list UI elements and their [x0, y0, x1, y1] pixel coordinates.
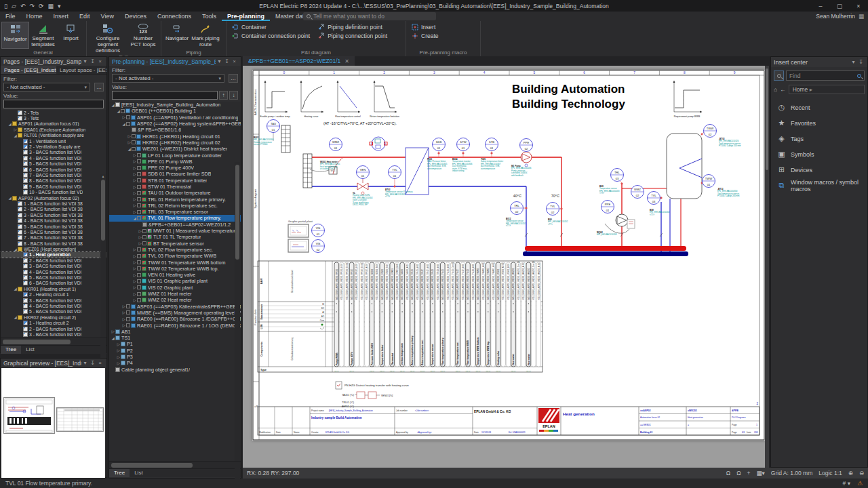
expander-icon[interactable]: ▷	[132, 153, 137, 157]
tree-item[interactable]: 7 - BACS function list VDI 38	[1, 235, 106, 241]
zoom-in-icon[interactable]: ⊕	[848, 470, 853, 476]
tree-item[interactable]: ▷TVL 02 Flow temperature sec.	[109, 247, 241, 253]
tree-item[interactable]: ▷P4	[109, 360, 241, 366]
panel-close-icon[interactable]: ×	[96, 58, 104, 64]
tree-item[interactable]: 2 - BACS function list VDI	[1, 258, 106, 263]
tree-item[interactable]: ▷VEN 01 Heating valve	[109, 272, 241, 278]
refresh-icon[interactable]: ⟳	[39, 3, 44, 9]
tree-item[interactable]: ▷TAU 01 Outdoor temperature	[109, 190, 241, 196]
tree-item[interactable]: 1 - Heat generation	[1, 252, 106, 258]
tree-item[interactable]: ▷TWW 01 Temperature WWB bottom	[109, 259, 241, 265]
expander-icon[interactable]: ▷	[132, 197, 137, 201]
expander-icon[interactable]: ▷	[116, 342, 121, 346]
tree-item[interactable]: ▷LP 01 Loop temperature controller	[109, 152, 241, 158]
tree-item[interactable]: ▷RAE00 (==RAE00) Bürozone 1 /EG&PFB++GEB…	[109, 316, 241, 322]
ribbon-tab-connections[interactable]: Connections	[152, 12, 197, 21]
tree-item[interactable]: ▷P1	[109, 341, 241, 347]
tree-item[interactable]: ▷WMZ 01 Heat meter	[109, 291, 241, 297]
ribbon-tab-file[interactable]: File	[0, 12, 21, 21]
tree-item[interactable]: 4 - BACS function list VDI 38	[1, 218, 106, 223]
tree-item[interactable]: 4 - BACS function list VDI	[1, 303, 106, 308]
tree-item[interactable]: ▷HKR01 (=HKR01) Heating circuit 01	[109, 133, 241, 139]
tree-item[interactable]: ◢HKR01 (Heating circuit 1)	[1, 286, 106, 291]
tab-pages[interactable]: Pages - [EES]_Industry_Sa...	[1, 66, 56, 74]
expander-icon[interactable]: ▷	[132, 203, 137, 207]
configure-segment-definitions-button[interactable]: Configure segment definitions	[88, 22, 127, 54]
expander-icon[interactable]: ▷	[132, 260, 137, 264]
crosshair-icon[interactable]: +	[747, 470, 751, 476]
tree-item[interactable]: ▷PPE 01 Pump WWB	[109, 159, 241, 165]
tree-item[interactable]: 3 - BACS function list VDI	[1, 298, 106, 303]
preplanning-tree-tab[interactable]: Tree	[109, 469, 130, 477]
open-icon[interactable]: ▱	[12, 3, 16, 9]
expander-icon[interactable]: ◢	[13, 247, 18, 251]
tree-item[interactable]: 5 - BACS function list VDI 38	[1, 224, 106, 229]
preplanning-value-input[interactable]	[112, 91, 218, 100]
panel-close-icon[interactable]: ×	[231, 58, 238, 64]
back-icon[interactable]: ←	[780, 86, 786, 93]
expander-icon[interactable]: ▷	[132, 292, 137, 296]
tree-item[interactable]: ▷TRL 02 Return temperature sec.	[109, 203, 241, 209]
expander-icon[interactable]: ◢	[13, 134, 18, 138]
expander-icon[interactable]: ▷	[132, 266, 137, 270]
expander-icon[interactable]: ◢	[7, 122, 12, 126]
pages-filter-more-button[interactable]: …	[94, 83, 104, 92]
tree-item[interactable]: ◢[EES]_Industry_Sample_Building_Automati…	[109, 102, 241, 108]
undo-icon[interactable]: ↶	[20, 3, 26, 9]
ribbon-tab-edit[interactable]: Edit	[74, 12, 96, 21]
expander-icon[interactable]: ▷	[132, 273, 137, 277]
tree-item[interactable]: ▷AB1	[109, 329, 241, 335]
tab-layout-space[interactable]: Layout space - [EES]_Indu...	[56, 66, 106, 74]
ribbon-tab-view[interactable]: View	[96, 12, 119, 21]
tree-item[interactable]: ▷STB 01 Temperature limiter	[109, 178, 241, 184]
expander-icon[interactable]: ◢	[13, 315, 18, 319]
editor-tab[interactable]: &PFB=+GEB01==ASP02=WEZ01/1✕	[243, 56, 355, 66]
tree-item[interactable]: 4 - BACS function list VDI	[1, 155, 106, 161]
breadcrumb[interactable]: Home ▸	[789, 85, 865, 94]
tree-item[interactable]: ◢WEZ01 (=WEZ01) District heat transfer	[109, 146, 241, 152]
find-input[interactable]: Find	[786, 70, 865, 81]
tree-item[interactable]: 1 - BACS function list VDI 38	[1, 201, 106, 206]
tree-item[interactable]: ▷TWW 02 Temperature WWB top.	[109, 266, 241, 272]
tree-item[interactable]: ◢TS1	[109, 335, 241, 341]
expander-icon[interactable]: ▷	[127, 134, 132, 138]
expander-icon[interactable]: ▷	[121, 304, 126, 308]
tree-item[interactable]: 2 - BACS function list VDI 38	[1, 207, 106, 212]
editor-vertical-scrollbar[interactable]	[765, 66, 769, 468]
expander-icon[interactable]: ▷	[132, 254, 137, 258]
tree-item[interactable]: ▷ASP01 (==ASP01) Ventilation / air condi…	[109, 115, 241, 121]
preview-thumbnail-table[interactable]	[56, 407, 104, 432]
panel-pin-icon[interactable]: ↧	[89, 58, 96, 64]
expander-icon[interactable]: ◢	[7, 196, 12, 200]
grid-icon[interactable]: ▦▾	[757, 470, 765, 476]
import-button[interactable]: Import	[57, 22, 85, 49]
mark-piping-route-button[interactable]: Mark piping route	[191, 22, 220, 49]
magnet2-icon[interactable]: Ω	[736, 470, 741, 476]
zoom-out-icon[interactable]: ⊖	[859, 470, 864, 476]
tree-item[interactable]: ▷P3	[109, 354, 241, 360]
panel-pin-icon[interactable]: ↧	[857, 59, 865, 65]
expander-icon[interactable]: ◢	[132, 216, 137, 220]
tree-item[interactable]: 3 - BACS function list VDI	[1, 264, 106, 269]
editor-canvas[interactable]: 0123456789 BACS-CharacteristicsSystem di…	[243, 66, 765, 468]
tree-item[interactable]: 6 - BACS function list VDI	[1, 281, 106, 286]
tree-item[interactable]: ▷HKR02 (=HKR02) Heating circuit 02	[109, 140, 241, 146]
tree-item[interactable]: ▷VIS 01 Graphic partial plant	[109, 278, 241, 284]
pages-tree-tab[interactable]: Tree	[1, 346, 21, 354]
insert-item-devices[interactable]: ⊞Devices	[771, 162, 867, 178]
tree-item[interactable]: 5 - BACS function list VDI	[1, 161, 106, 167]
tree-item[interactable]: 9 - BACS function list VDI	[1, 184, 106, 189]
tree-item[interactable]: &P FB=+GEB01/1.6	[109, 127, 241, 133]
preplanning-filter-select[interactable]: - Not activated -▾	[112, 74, 224, 83]
expander-icon[interactable]: ▷	[121, 310, 126, 314]
insert-item-tags[interactable]: ◈Tags	[771, 131, 867, 146]
insert-item-favorites[interactable]: ★Favorites	[771, 115, 867, 131]
tree-item[interactable]: 3 - BACS function list VDI 38	[1, 212, 106, 218]
tree-item[interactable]: ▷RAE01 (==RAE01) Bürozone 1 / 1OG (DEMO)…	[109, 322, 241, 328]
find-button[interactable]	[774, 70, 784, 81]
tree-item[interactable]: ◢RLT01 (Ventilation supply are	[1, 133, 106, 138]
tree-item[interactable]: ◢GEB01 (++GEB01) Building 1	[109, 108, 241, 114]
tree-item[interactable]: ▷ASP03 (==ASP03) Kältezentrale&PFB++GEB0…	[109, 304, 241, 310]
expander-icon[interactable]: ▷	[132, 191, 137, 195]
expander-icon[interactable]: ▷	[116, 348, 121, 352]
